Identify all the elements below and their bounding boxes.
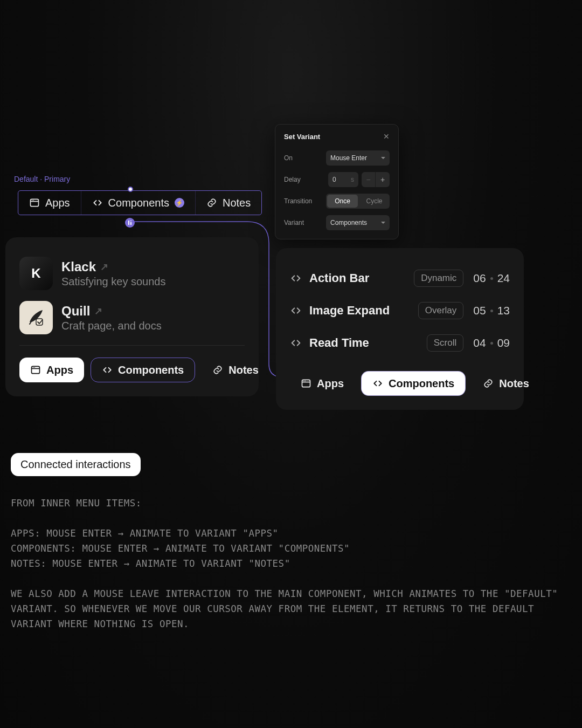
- field-label-on: On: [284, 154, 293, 162]
- external-link-icon: ↗: [94, 305, 102, 317]
- component-date: 0513: [473, 304, 510, 317]
- popover-title: Set Variant: [284, 133, 320, 141]
- code-icon: [372, 378, 383, 389]
- field-label-variant: Variant: [284, 219, 304, 226]
- tab-components[interactable]: Components: [361, 371, 466, 396]
- delay-stepper: − +: [362, 172, 390, 187]
- tab-components[interactable]: Components ⚡: [81, 191, 196, 215]
- transition-segmented: Once Cycle: [326, 194, 390, 209]
- app-name: Quill ↗: [61, 304, 162, 319]
- app-icon-quill: [19, 301, 53, 334]
- chevron-down-icon: [381, 157, 385, 159]
- link-icon: [212, 365, 223, 375]
- close-icon[interactable]: ✕: [383, 132, 390, 141]
- external-link-icon: ↗: [100, 261, 108, 273]
- code-icon: [290, 305, 302, 317]
- divider: [19, 345, 245, 346]
- component-badge: Overlay: [418, 302, 464, 319]
- explainer-body: From inner menu items: Apps: Mouse Enter…: [11, 496, 571, 631]
- component-badge: Scroll: [427, 334, 464, 352]
- tab-apps[interactable]: Apps: [290, 371, 355, 396]
- delay-decrement[interactable]: −: [362, 172, 376, 187]
- app-row[interactable]: K Klack ↗ Satisfying key sounds: [19, 251, 245, 296]
- lightning-icon: ⚡: [175, 198, 184, 208]
- set-variant-popover: Set Variant ✕ On Mouse Enter Delay 0 s −…: [275, 124, 399, 239]
- code-icon: [290, 337, 302, 349]
- app-name: Klack ↗: [61, 259, 165, 274]
- component-date: 0409: [473, 336, 510, 349]
- tab-notes[interactable]: Notes: [472, 371, 540, 396]
- component-badge: Dynamic: [414, 270, 463, 287]
- chevron-down-icon: [381, 222, 385, 224]
- component-row[interactable]: Read Time Scroll 0409: [290, 327, 510, 359]
- code-icon: [102, 365, 113, 375]
- delay-input[interactable]: 0 s: [328, 172, 358, 187]
- tab-notes[interactable]: Notes: [196, 191, 261, 215]
- outlined-tab-bar: Apps Components ⚡ Notes: [18, 190, 262, 215]
- on-trigger-select[interactable]: Mouse Enter: [326, 150, 390, 166]
- delay-increment[interactable]: +: [376, 172, 390, 187]
- window-icon: [29, 197, 40, 208]
- tab-components[interactable]: Components: [91, 358, 195, 382]
- tab-notes[interactable]: Notes: [202, 358, 269, 382]
- pill-tab-bar-right: Apps Components Notes: [290, 371, 510, 396]
- link-icon: [206, 197, 217, 208]
- variant-label-default: Default · Primary: [14, 175, 70, 183]
- window-icon: [301, 378, 311, 389]
- window-icon: [30, 365, 41, 375]
- selection-handle-icon[interactable]: [128, 187, 133, 192]
- app-row[interactable]: Quill ↗ Craft page, and docs: [19, 296, 245, 340]
- pill-tab-bar-left: Apps Components Notes: [19, 358, 245, 382]
- section-chip: Connected interactions: [11, 453, 141, 476]
- code-icon: [290, 272, 302, 284]
- apps-panel: K Klack ↗ Satisfying key sounds Quill ↗ …: [5, 237, 259, 396]
- tab-apps[interactable]: Apps: [18, 191, 81, 215]
- component-row[interactable]: Action Bar Dynamic 0624: [290, 262, 510, 294]
- components-panel: Action Bar Dynamic 0624 Image Expand Ove…: [276, 248, 524, 410]
- component-row[interactable]: Image Expand Overlay 0513: [290, 294, 510, 327]
- component-name: Action Bar: [309, 271, 369, 285]
- field-label-delay: Delay: [284, 176, 301, 183]
- component-name: Image Expand: [309, 304, 390, 318]
- code-icon: [92, 197, 103, 208]
- app-subtitle: Satisfying key sounds: [61, 276, 165, 288]
- tab-apps[interactable]: Apps: [19, 358, 84, 382]
- component-name: Read Time: [309, 336, 369, 350]
- transition-once[interactable]: Once: [327, 195, 358, 208]
- link-icon: [483, 378, 494, 389]
- transition-cycle[interactable]: Cycle: [359, 194, 390, 209]
- component-date: 0624: [473, 272, 510, 285]
- field-label-transition: Transition: [284, 197, 312, 205]
- app-icon-klack: K: [19, 257, 53, 290]
- explainer-section: Connected interactions From inner menu i…: [11, 453, 571, 631]
- drag-handle-icon[interactable]: [125, 218, 135, 228]
- app-subtitle: Craft page, and docs: [61, 320, 162, 332]
- variant-select[interactable]: Components: [326, 215, 390, 230]
